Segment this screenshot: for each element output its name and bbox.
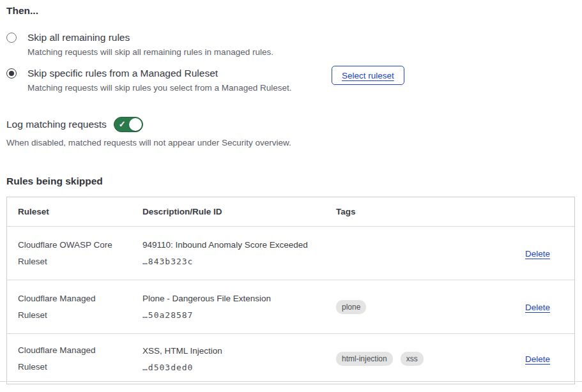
tag-badge: xss [401,352,424,366]
delete-link[interactable]: Delete [525,249,550,259]
delete-link[interactable]: Delete [525,303,550,312]
log-toggle-help-text: When disabled, matched requests will not… [6,138,575,147]
rule-id: …50a28587 [142,310,336,320]
rules-table: Ruleset Description/Rule ID Tags Cloudfl… [6,197,575,384]
radio-option-text: Skip specific rules from a Managed Rules… [27,66,291,94]
waf-rule-action-form: Then... Skip all remaining rules Matchin… [0,0,582,392]
rules-being-skipped-heading: Rules being skipped [6,176,575,187]
radio-option-label: Skip specific rules from a Managed Rules… [27,66,291,80]
then-heading: Then... [6,5,575,17]
delete-link[interactable]: Delete [525,354,550,364]
log-toggle-label: Log matching requests [6,119,107,130]
tag-badge: plone [336,300,366,314]
description-cell: 949110: Inbound Anomaly Score Exceeded …… [142,240,336,266]
ruleset-cell: Cloudflare Managed Ruleset [18,342,123,375]
column-header-description: Description/Rule ID [142,207,336,216]
rule-id: …d503ded0 [142,363,336,372]
radio-option-skip-specific[interactable]: Skip specific rules from a Managed Rules… [6,66,575,94]
action-radio-group: Skip all remaining rules Matching reques… [6,31,575,94]
radio-option-label: Skip all remaining rules [27,31,273,45]
rule-id: …843b323c [142,257,336,266]
rule-description: XSS, HTML Injection [142,346,336,356]
table-row: Cloudflare Managed Ruleset XSS, HTML Inj… [7,333,574,384]
column-header-tags: Tags [336,207,525,216]
tag-badge: html-injection [336,352,393,366]
radio-selected-icon[interactable] [6,68,17,79]
ruleset-cell: Cloudflare Managed Ruleset [18,290,123,324]
radio-option-skip-all[interactable]: Skip all remaining rules Matching reques… [6,31,575,58]
table-row: Cloudflare Managed Ruleset Plone - Dange… [7,280,574,333]
section-divider [0,381,582,382]
log-matching-requests-row: Log matching requests ✓ [6,117,575,132]
column-header-ruleset: Ruleset [18,207,142,216]
select-ruleset-button[interactable]: Select ruleset [332,66,404,85]
actions-cell: Delete [525,353,563,365]
ruleset-cell: Cloudflare OWASP Core Ruleset [18,237,123,270]
radio-option-text: Skip all remaining rules Matching reques… [27,31,273,58]
tags-cell: plone [336,300,525,314]
radio-option-description: Matching requests will skip rules you se… [27,82,291,94]
table-row: Cloudflare OWASP Core Ruleset 949110: In… [7,226,574,280]
radio-unselected-icon[interactable] [6,33,17,43]
checkmark-icon: ✓ [119,120,126,128]
radio-option-description: Matching requests will skip all remainin… [27,46,273,58]
description-cell: XSS, HTML Injection …d503ded0 [142,346,336,372]
table-header-row: Ruleset Description/Rule ID Tags [7,197,574,226]
log-toggle-switch[interactable]: ✓ [114,117,143,132]
toggle-knob[interactable] [129,118,142,131]
actions-cell: Delete [525,248,563,259]
rule-description: Plone - Dangerous File Extension [142,294,336,303]
description-cell: Plone - Dangerous File Extension …50a285… [142,294,336,320]
actions-cell: Delete [525,301,563,313]
rule-description: 949110: Inbound Anomaly Score Exceeded [142,240,336,250]
tags-cell: html-injection xss [336,352,525,366]
